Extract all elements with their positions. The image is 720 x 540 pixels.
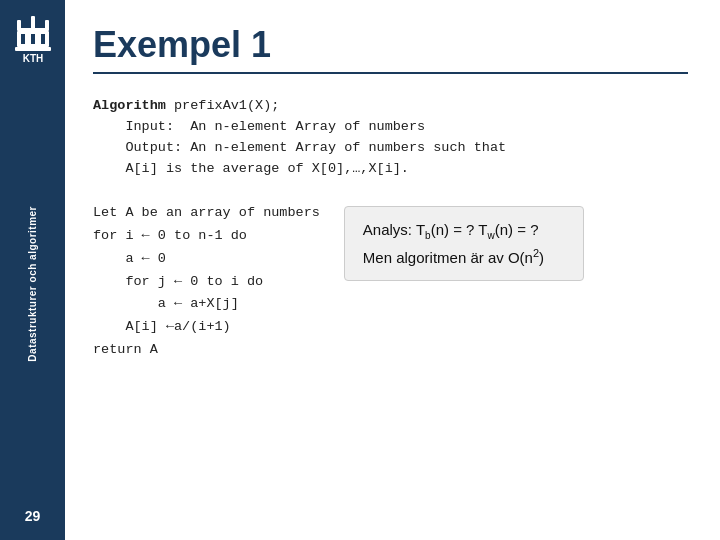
svg-rect-3 (45, 20, 49, 30)
code-line-1: Let A be an array of numbers (93, 202, 320, 225)
svg-rect-1 (17, 20, 21, 30)
bottom-row: Let A be an array of numbers for i ← 0 t… (93, 202, 688, 363)
code-line-7: return A (93, 339, 320, 362)
code-line-6: A[i] ←a/(i+1) (93, 316, 320, 339)
algorithm-output: Output: An n-element Array of numbers su… (93, 140, 506, 155)
algorithm-input: Input: An n-element Array of numbers (93, 119, 425, 134)
sidebar: KTH Datastrukturer och algoritmer 29 (0, 0, 65, 540)
kth-logo: KTH (9, 10, 57, 70)
code-line-4: for j ← 0 to i do (93, 271, 320, 294)
code-line-3: a ← 0 (93, 248, 320, 271)
svg-text:KTH: KTH (22, 53, 43, 64)
algorithm-block: Algorithm prefixAv1(X); Input: An n-elem… (93, 96, 688, 180)
svg-rect-6 (31, 34, 35, 44)
algorithm-keyword: Algorithm (93, 98, 166, 113)
code-block: Let A be an array of numbers for i ← 0 t… (93, 202, 320, 363)
svg-rect-7 (41, 34, 45, 44)
slide-title: Exempel 1 (93, 24, 688, 74)
sidebar-subject-label: Datastrukturer och algoritmer (27, 206, 39, 362)
content-area: Algorithm prefixAv1(X); Input: An n-elem… (93, 96, 688, 362)
main-content: Exempel 1 Algorithm prefixAv1(X); Input:… (65, 0, 720, 540)
algorithm-name: prefixAv1(X); (166, 98, 279, 113)
algorithm-output2: A[i] is the average of X[0],…,X[i]. (93, 161, 409, 176)
svg-rect-2 (31, 16, 35, 30)
code-line-5: a ← a+X[j] (93, 293, 320, 316)
analys-line1: Analys: Tb(n) = ? Tw(n) = ? (363, 217, 565, 244)
analys-box: Analys: Tb(n) = ? Tw(n) = ? Men algoritm… (344, 206, 584, 282)
analys-line2: Men algoritmen är av O(n2) (363, 244, 565, 271)
svg-rect-5 (21, 34, 25, 44)
svg-rect-8 (15, 47, 51, 51)
code-line-2: for i ← 0 to n-1 do (93, 225, 320, 248)
page-number: 29 (25, 508, 41, 524)
